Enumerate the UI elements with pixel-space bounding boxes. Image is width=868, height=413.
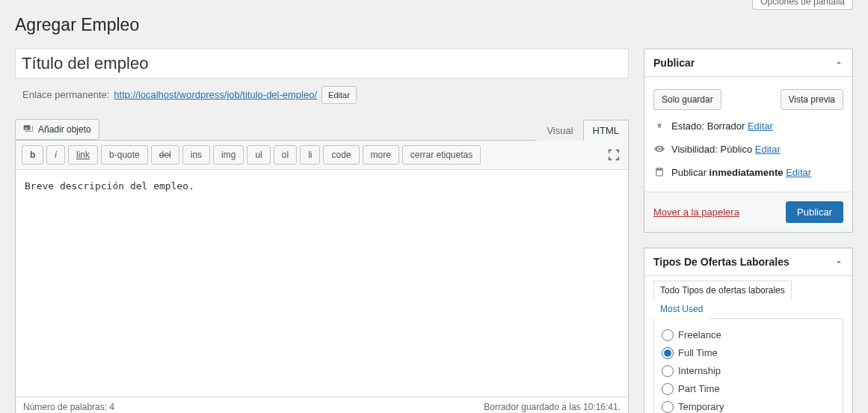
qt-bquote-button[interactable]: b-quote: [101, 145, 148, 165]
toggle-jobtypes-icon[interactable]: [834, 257, 843, 266]
schedule-label: Publicar: [671, 167, 707, 178]
jobtype-label: Temporary: [678, 401, 724, 412]
add-media-button[interactable]: Añadir objeto: [15, 119, 99, 140]
qt-italic-button[interactable]: i: [46, 145, 65, 165]
status-label: Estado:: [671, 120, 704, 132]
autosave-status: Borrador guardado a las 10:16:41.: [484, 402, 621, 412]
qt-code-button[interactable]: code: [323, 145, 359, 165]
qt-ol-button[interactable]: ol: [274, 145, 297, 165]
visibility-value: Público: [721, 144, 753, 155]
qt-ul-button[interactable]: ul: [247, 145, 270, 165]
screen-options-tab[interactable]: Opciones de pantalla: [752, 0, 853, 10]
tab-all-jobtypes[interactable]: Todo Tipos de ofertas laborales: [653, 281, 792, 299]
status-value: Borrador: [707, 120, 745, 132]
jobtype-radio[interactable]: [662, 383, 674, 395]
save-draft-button[interactable]: Solo guardar: [653, 89, 721, 110]
qt-li-button[interactable]: li: [300, 145, 320, 165]
jobtype-radio[interactable]: [662, 365, 674, 377]
move-to-trash-link[interactable]: Mover a la papelera: [653, 206, 739, 218]
jobtype-label: Freelance: [678, 329, 721, 340]
edit-schedule-link[interactable]: Editar: [786, 167, 811, 178]
qt-del-button[interactable]: del: [151, 145, 179, 165]
preview-button[interactable]: Vista previa: [781, 89, 843, 110]
publish-box-title: Publicar: [653, 57, 695, 69]
jobtype-option[interactable]: Part Time: [662, 380, 835, 398]
media-icon: [23, 123, 35, 135]
jobtype-option[interactable]: Freelance: [662, 326, 835, 344]
jobtype-option[interactable]: Temporary: [662, 398, 835, 413]
add-media-label: Añadir objeto: [38, 124, 91, 135]
edit-status-link[interactable]: Editar: [748, 120, 773, 132]
visibility-label: Visibilidad:: [671, 144, 718, 155]
jobtype-radio[interactable]: [662, 329, 674, 341]
fullscreen-icon[interactable]: [607, 148, 621, 162]
qt-link-button[interactable]: link: [68, 145, 98, 165]
edit-visibility-link[interactable]: Editar: [755, 144, 781, 155]
content-editor[interactable]: Breve descripción del empleo.: [16, 170, 628, 394]
permalink-label: Enlace permanente:: [22, 89, 109, 100]
tab-visual[interactable]: Visual: [537, 120, 582, 141]
word-count: Número de palabras: 4: [23, 402, 114, 412]
schedule-value: inmediatamente: [710, 167, 784, 178]
jobtype-radio[interactable]: [662, 347, 674, 359]
qt-bold-button[interactable]: b: [22, 145, 43, 165]
permalink-url[interactable]: http://localhost/wordpress/job/titulo-de…: [114, 89, 317, 100]
edit-permalink-button[interactable]: Editar: [321, 86, 357, 104]
visibility-icon: [653, 144, 665, 154]
job-title-input[interactable]: [15, 49, 629, 79]
qt-close-tags-button[interactable]: cerrar etiquetas: [402, 145, 481, 165]
qt-img-button[interactable]: img: [213, 145, 244, 165]
toggle-publish-icon[interactable]: [834, 58, 843, 67]
tab-most-used[interactable]: Most Used: [653, 299, 710, 319]
jobtype-option[interactable]: Internship: [662, 362, 835, 380]
publish-button[interactable]: Publicar: [786, 201, 843, 223]
jobtype-label: Internship: [678, 365, 721, 376]
pin-icon: [653, 120, 665, 131]
jobtype-label: Part Time: [678, 383, 720, 394]
tab-html[interactable]: HTML: [583, 120, 629, 141]
page-title: Agregar Empleo: [15, 7, 853, 40]
qt-more-button[interactable]: more: [363, 145, 399, 165]
jobtypes-box-title: Tipos De Ofertas Laborales: [653, 256, 789, 268]
qt-ins-button[interactable]: ins: [182, 145, 210, 165]
jobtype-option[interactable]: Full Time: [662, 344, 835, 362]
jobtype-radio[interactable]: [662, 401, 674, 413]
jobtype-label: Full Time: [678, 347, 718, 358]
calendar-icon: [653, 167, 665, 177]
